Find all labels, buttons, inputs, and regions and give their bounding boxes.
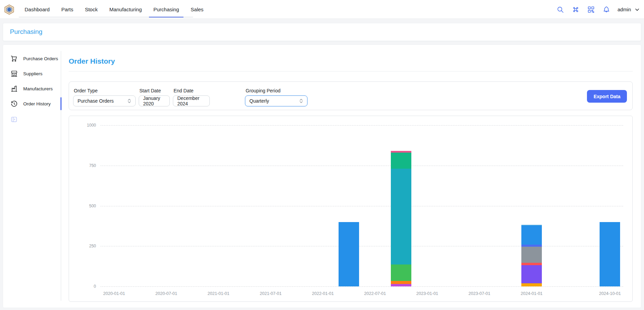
- order-type-field: Order Type Purchase Orders: [73, 88, 136, 106]
- bar-segment: [391, 284, 411, 286]
- x-axis-tick-label: 2021-07-01: [260, 291, 282, 296]
- command-palette-icon[interactable]: [572, 5, 580, 14]
- nav-tab-dashboard[interactable]: Dashboard: [19, 0, 55, 19]
- start-date-label: Start Date: [139, 88, 170, 93]
- inventree-logo[interactable]: [4, 4, 14, 15]
- bar-segment: [521, 225, 542, 245]
- start-date-field: Start Date January 2020: [139, 88, 170, 106]
- bar-segment: [600, 222, 620, 286]
- user-name: admin: [618, 7, 631, 12]
- content-panel: Purchase OrdersSuppliersManufacturersOrd…: [3, 44, 641, 308]
- bar-segment: [391, 264, 411, 281]
- history-icon: [11, 100, 18, 107]
- select-chevrons-icon: [127, 99, 131, 103]
- nav-tab-label: Parts: [61, 7, 73, 12]
- chevron-down-icon: [634, 7, 640, 12]
- start-date-value: January 2020: [143, 95, 165, 106]
- order-history-chart[interactable]: 025050075010002020-01-012020-07-012021-0…: [69, 116, 633, 302]
- factory-icon: [11, 85, 18, 92]
- page-title: Order History: [69, 57, 115, 65]
- sidebar: Purchase OrdersSuppliersManufacturersOrd…: [3, 51, 61, 301]
- order-type-select[interactable]: Purchase Orders: [73, 95, 136, 106]
- end-date-label: End Date: [174, 88, 210, 93]
- bar-2022-04-01[interactable]: [339, 222, 359, 286]
- order-type-value: Purchase Orders: [78, 98, 114, 104]
- bar-2024-01-01[interactable]: [521, 225, 542, 286]
- x-axis-tick-label: 2020-07-01: [155, 291, 177, 296]
- top-navbar: DashboardPartsStockManufacturingPurchasi…: [0, 0, 644, 19]
- y-axis-tick-label: 0: [76, 284, 96, 289]
- search-icon[interactable]: [556, 5, 564, 14]
- bar-segment: [339, 222, 359, 286]
- x-axis-tick-label: 2021-01-01: [208, 291, 230, 296]
- nav-tab-label: Manufacturing: [109, 7, 142, 12]
- end-date-input[interactable]: December 2024: [173, 95, 210, 106]
- nav-tab-label: Dashboard: [25, 7, 50, 12]
- bar-segment: [521, 247, 542, 263]
- qr-scan-icon[interactable]: [587, 5, 595, 14]
- bar-segment: [391, 169, 411, 264]
- sidebar-item-label: Order History: [23, 101, 51, 106]
- gridline-y-250: [100, 246, 623, 246]
- grouping-period-field: Grouping Period Quarterly: [245, 88, 307, 106]
- nav-tab-purchasing[interactable]: Purchasing: [148, 0, 185, 19]
- start-date-input[interactable]: January 2020: [139, 95, 170, 106]
- y-axis-tick-label: 750: [76, 163, 96, 168]
- sidebar-item-label: Manufacturers: [23, 86, 53, 91]
- y-axis-tick-label: 500: [76, 204, 96, 208]
- grouping-period-value: Quarterly: [249, 98, 269, 104]
- nav-tab-manufacturing[interactable]: Manufacturing: [104, 0, 148, 19]
- x-axis-tick-label: 2023-07-01: [468, 291, 490, 296]
- select-chevrons-icon: [299, 99, 303, 103]
- bar-segment: [521, 265, 542, 283]
- bar-segment: [521, 263, 542, 265]
- x-axis-tick-label: 2024-10-01: [599, 291, 621, 296]
- gridline-y-1000: [100, 125, 623, 126]
- collapse-sidebar-icon[interactable]: [11, 116, 17, 123]
- sidebar-item-suppliers[interactable]: Suppliers: [3, 66, 61, 81]
- filter-card: Order Type Purchase Orders Start Date Ja…: [69, 81, 633, 110]
- bar-2024-10-01[interactable]: [600, 222, 620, 286]
- breadcrumb[interactable]: Purchasing: [10, 28, 42, 36]
- x-axis-tick-label: 2022-01-01: [312, 291, 334, 296]
- x-axis-tick-label: 2022-07-01: [364, 291, 386, 296]
- end-date-field: End Date December 2024: [173, 88, 210, 106]
- end-date-value: December 2024: [177, 95, 205, 106]
- x-axis-tick-label: 2023-01-01: [416, 291, 438, 296]
- breadcrumb-bar: Purchasing: [3, 23, 641, 41]
- y-axis-tick-label: 250: [76, 244, 96, 248]
- title-divider: [69, 71, 633, 72]
- main-pane: Order History Order Type Purchase Orders…: [64, 45, 638, 308]
- bar-segment: [521, 283, 542, 286]
- sidebar-item-purchase-orders[interactable]: Purchase Orders: [3, 51, 61, 66]
- nav-tab-label: Purchasing: [153, 7, 179, 12]
- shopping-cart-icon: [11, 55, 18, 62]
- gridline-y-500: [100, 206, 623, 206]
- main-nav: DashboardPartsStockManufacturingPurchasi…: [19, 0, 209, 19]
- sidebar-item-label: Purchase Orders: [23, 56, 58, 61]
- nav-tab-stock[interactable]: Stock: [79, 0, 104, 19]
- x-axis-tick-label: 2024-01-01: [521, 291, 543, 296]
- export-data-button[interactable]: Export Data: [587, 90, 627, 103]
- nav-tab-label: Sales: [191, 7, 204, 12]
- y-axis-tick-label: 1000: [76, 123, 96, 128]
- nav-tab-label: Stock: [85, 7, 98, 12]
- navbar-actions: admin: [556, 0, 640, 19]
- user-menu[interactable]: admin: [618, 7, 640, 12]
- bar-segment: [391, 281, 411, 284]
- grouping-period-select[interactable]: Quarterly: [245, 95, 307, 106]
- gridline-y-0: [100, 286, 623, 287]
- x-axis-tick-label: 2020-01-01: [103, 291, 125, 296]
- grouping-period-label: Grouping Period: [246, 88, 307, 93]
- order-type-label: Order Type: [74, 88, 136, 93]
- bar-segment: [391, 153, 411, 169]
- bar-2022-10-01[interactable]: [391, 151, 411, 286]
- sidebar-item-manufacturers[interactable]: Manufacturers: [3, 81, 61, 96]
- nav-tab-parts[interactable]: Parts: [55, 0, 79, 19]
- building-store-icon: [11, 70, 18, 77]
- sidebar-item-label: Suppliers: [23, 71, 42, 76]
- bell-icon[interactable]: [602, 5, 611, 14]
- gridline-y-750: [100, 166, 623, 166]
- sidebar-item-order-history[interactable]: Order History: [3, 96, 61, 111]
- nav-tab-sales[interactable]: Sales: [185, 0, 209, 19]
